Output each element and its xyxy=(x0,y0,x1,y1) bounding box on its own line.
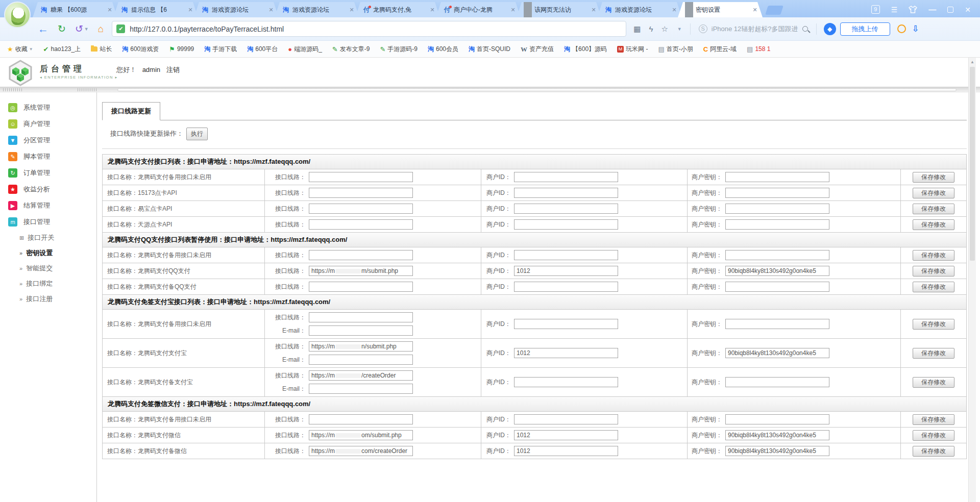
bookmark-item[interactable]: 站长 xyxy=(91,45,112,54)
tab-close-icon[interactable]: ✕ xyxy=(187,7,194,13)
favorite-caret-icon[interactable]: ▼ xyxy=(677,27,682,32)
scroll-up-icon[interactable]: ▲ xyxy=(969,58,976,64)
bookmark-item[interactable]: ▤首页-小朋 xyxy=(658,45,693,54)
sidebar-item-star[interactable]: ★收益分析 xyxy=(0,181,96,197)
save-changes-button[interactable]: 保存修改 xyxy=(913,414,954,425)
refresh-icon[interactable]: ↻ xyxy=(58,23,66,35)
bookmark-item[interactable]: 淘600游戏资 xyxy=(122,45,159,54)
bookmark-item[interactable]: ✔hao123_上 xyxy=(43,45,81,54)
save-changes-button[interactable]: 保存修改 xyxy=(913,266,954,277)
sidebar-item-recycle[interactable]: ↻订单管理 xyxy=(0,165,96,181)
merchant-id-input[interactable] xyxy=(514,319,618,329)
line-input[interactable] xyxy=(309,188,413,198)
merchant-id-input[interactable] xyxy=(514,414,618,424)
bookmark-item[interactable]: 淘600平台 xyxy=(247,45,278,54)
tab-close-icon[interactable]: ✕ xyxy=(509,7,517,13)
browser-tab[interactable]: ≡该网页无法访✕ xyxy=(517,2,601,17)
bookmark-item[interactable]: C阿里云-域 xyxy=(703,45,737,54)
merchant-id-input[interactable] xyxy=(514,188,618,198)
line-input[interactable] xyxy=(309,414,413,424)
accelerate-icon[interactable]: ϟ xyxy=(649,24,653,33)
browser-tab[interactable]: ≡密钥设置✕ xyxy=(678,2,763,17)
merchant-key-input[interactable]: 90biqb8l4ky8t130s492g0on4ke5 xyxy=(725,430,829,440)
merchant-key-input[interactable] xyxy=(725,414,829,424)
merchant-id-input[interactable] xyxy=(514,172,618,182)
sidebar-item-play[interactable]: ▶结算管理 xyxy=(0,197,96,214)
merchant-key-input[interactable]: 90biqb8l4ky8t130s492g0on4ke5 xyxy=(725,266,829,276)
sidebar-item-power[interactable]: ◎系统管理 xyxy=(0,99,96,116)
merchant-id-input[interactable]: 1012 xyxy=(514,348,618,358)
merchant-id-input[interactable] xyxy=(514,250,618,260)
merchant-key-input[interactable] xyxy=(725,250,829,260)
line-input[interactable]: https://m/createOrder xyxy=(309,370,413,381)
merchant-id-input[interactable]: 1012 xyxy=(514,446,618,456)
home-icon[interactable]: ⌂ xyxy=(98,23,104,35)
tab-close-icon[interactable]: ✕ xyxy=(590,7,597,13)
merchant-id-input[interactable] xyxy=(514,219,618,230)
scrollbar-thumb[interactable] xyxy=(970,67,975,261)
save-changes-button[interactable]: 保存修改 xyxy=(913,348,954,359)
merchant-key-input[interactable] xyxy=(725,188,829,198)
browser-tab[interactable]: 淘提示信息 【6✕ xyxy=(113,2,198,17)
merchant-key-input[interactable] xyxy=(725,319,829,329)
security-shield-icon[interactable]: ✔ xyxy=(116,24,125,33)
url-text[interactable]: http://127.0.0.1/payterrace/toPayTerrace… xyxy=(130,25,284,33)
browser-tab[interactable]: 淘糖果 【600源✕ xyxy=(33,2,117,17)
bookmark-item[interactable]: M玩米网 - xyxy=(617,45,648,54)
drag-upload-button[interactable]: 拖拽上传 xyxy=(840,22,890,36)
line-input[interactable]: https://mn/submit.php xyxy=(309,341,413,352)
sidebar-subitem[interactable]: »接口绑定 xyxy=(0,276,96,291)
line-input[interactable] xyxy=(309,250,413,260)
sidebar-subitem[interactable]: »接口注册 xyxy=(0,291,96,307)
tab-close-icon[interactable]: ✕ xyxy=(348,7,355,13)
new-tab-button[interactable] xyxy=(765,6,783,15)
browser-avatar[interactable] xyxy=(4,2,31,28)
bookmark-item[interactable]: ●端游源码_ xyxy=(288,45,322,54)
browser-tab[interactable]: 淘游戏资源论坛✕ xyxy=(275,2,359,17)
bookmark-item[interactable]: 淘【600】源码 xyxy=(564,45,607,54)
email-input[interactable] xyxy=(309,384,413,394)
browser-tab[interactable]: 付商户中心-龙腾✕ xyxy=(436,2,521,17)
bookmark-item[interactable]: W资产充值 xyxy=(521,45,554,54)
merchant-id-input[interactable] xyxy=(514,377,618,387)
line-input[interactable]: https://mcom/createOrder xyxy=(309,446,413,456)
email-input[interactable] xyxy=(309,325,413,336)
line-input[interactable] xyxy=(309,312,413,322)
bookmark-item[interactable]: 淘首页-SQUID xyxy=(469,45,510,54)
browser-tab[interactable]: 淘游戏资源论坛✕ xyxy=(194,2,279,17)
save-changes-button[interactable]: 保存修改 xyxy=(913,446,954,457)
sidebar-subitem[interactable]: ⊞接口开关 xyxy=(0,230,96,245)
back-icon[interactable]: ← xyxy=(38,23,48,35)
merchant-id-input[interactable] xyxy=(514,204,618,214)
save-changes-button[interactable]: 保存修改 xyxy=(913,188,954,198)
bookmark-item[interactable]: 淘手游下载 xyxy=(204,45,237,54)
page-scrollbar[interactable]: ▲ xyxy=(968,58,976,502)
bookmark-item[interactable]: ⚑99999 xyxy=(169,45,194,53)
line-input[interactable] xyxy=(309,282,413,292)
menu-icon[interactable]: ☰ xyxy=(891,6,898,14)
merchant-key-input[interactable] xyxy=(725,377,829,387)
email-input[interactable] xyxy=(309,355,413,365)
tab-close-icon[interactable]: ✕ xyxy=(267,7,275,13)
execute-button[interactable]: 执行 xyxy=(186,128,208,140)
sidebar-subitem[interactable]: »密钥设置 xyxy=(0,245,96,261)
save-changes-button[interactable]: 保存修改 xyxy=(913,219,954,230)
sidebar-item-smiley[interactable]: ☺商户管理 xyxy=(0,116,96,132)
save-changes-button[interactable]: 保存修改 xyxy=(913,319,954,330)
sidebar-item-pencil[interactable]: ✎脚本管理 xyxy=(0,148,96,165)
undo-history-icon[interactable]: ↺ xyxy=(75,23,83,35)
merchant-key-input[interactable] xyxy=(725,219,829,230)
bookmark-item[interactable]: ▤158 1 xyxy=(747,45,770,53)
merchant-key-input[interactable] xyxy=(725,282,829,292)
line-input[interactable]: https://mm/submit.php xyxy=(309,266,413,276)
save-changes-button[interactable]: 保存修改 xyxy=(913,430,954,441)
save-changes-button[interactable]: 保存修改 xyxy=(913,204,954,214)
line-input[interactable] xyxy=(309,204,413,214)
tab-close-icon[interactable]: ✕ xyxy=(106,7,113,13)
address-bar[interactable]: ✔ http://127.0.0.1/payterrace/toPayTerra… xyxy=(112,21,626,37)
minimize-icon[interactable]: — xyxy=(928,6,936,14)
sidebar-subitem[interactable]: »智能提交 xyxy=(0,261,96,276)
close-window-icon[interactable]: ✕ xyxy=(965,6,971,14)
search-box[interactable]: S iPhone 12辐射超标?多国跟进 xyxy=(699,24,808,34)
line-input[interactable] xyxy=(309,219,413,230)
